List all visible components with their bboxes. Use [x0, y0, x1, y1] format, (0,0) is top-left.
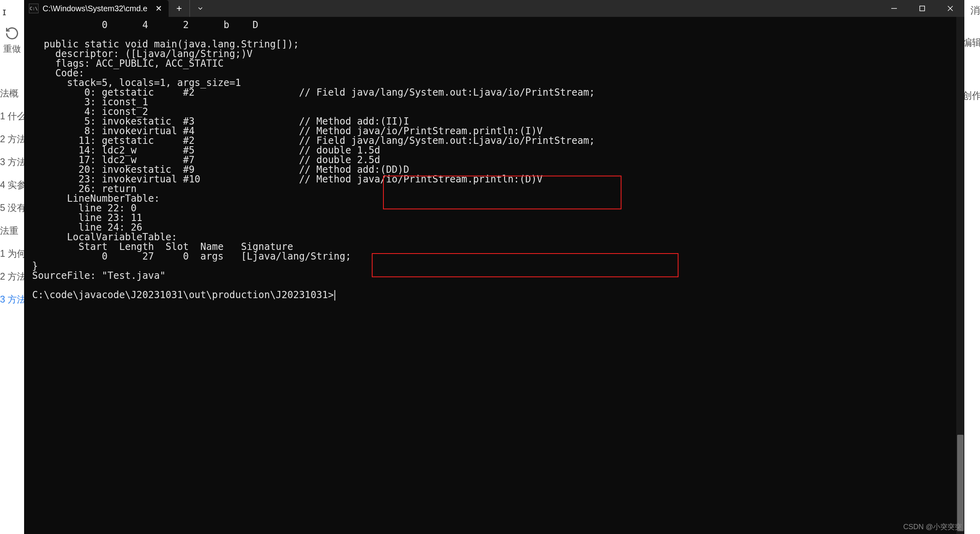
left-nav-item[interactable]: 法概 — [0, 87, 18, 100]
left-nav-item[interactable]: 3 方法 — [0, 156, 26, 168]
titlebar: C:\ C:\Windows\System32\cmd.e ✕ + — [24, 0, 964, 17]
left-nav-item[interactable]: 2 方法 — [0, 270, 26, 283]
maximize-button[interactable] — [908, 0, 936, 17]
scrollbar-thumb[interactable] — [957, 435, 964, 531]
terminal-output[interactable]: 0 4 2 b D public static void main(java.l… — [24, 17, 964, 305]
right-panel: 消 编辑 创作 — [962, 0, 980, 534]
refresh-button[interactable] — [0, 26, 24, 41]
scrollbar[interactable] — [956, 17, 964, 534]
terminal-line: SourceFile: "Test.java" — [32, 270, 165, 281]
left-nav-item[interactable]: 1 什么 — [0, 110, 26, 123]
left-panel: ɪ 重做 法概1 什么2 方法3 方法4 实参5 没有法重1 为何2 方法3 方… — [0, 0, 24, 534]
right-item[interactable]: 创作 — [962, 89, 980, 102]
watermark: CSDN @小突突突 — [903, 522, 962, 532]
close-window-button[interactable] — [936, 0, 964, 17]
left-nav-item[interactable]: 5 没有 — [0, 202, 26, 214]
tab-dropdown-button[interactable] — [190, 0, 211, 17]
left-nav-item[interactable]: 4 实参 — [0, 179, 26, 191]
terminal-line: 0 4 2 b D — [32, 19, 259, 31]
cmd-icon: C:\ — [29, 4, 39, 13]
right-item[interactable]: 编辑 — [962, 36, 980, 49]
left-nav-item[interactable]: 2 方法 — [0, 133, 26, 145]
close-tab-icon[interactable]: ✕ — [147, 4, 162, 13]
left-nav-item[interactable]: 1 为何 — [0, 248, 26, 260]
terminal-window: C:\ C:\Windows\System32\cmd.e ✕ + 0 4 2 — [24, 0, 964, 534]
app-fragment: ɪ — [0, 0, 24, 18]
left-nav-item[interactable]: 3 方法 — [0, 293, 26, 306]
svg-rect-1 — [920, 6, 925, 11]
cursor — [334, 290, 335, 301]
new-tab-button[interactable]: + — [169, 0, 190, 17]
tab-title: C:\Windows\System32\cmd.e — [43, 4, 147, 13]
left-nav-item[interactable]: 法重 — [0, 225, 18, 237]
right-item[interactable]: 消 — [962, 4, 980, 17]
terminal-line: 0 27 0 args [Ljava/lang/String; — [32, 251, 351, 262]
tab-active[interactable]: C:\ C:\Windows\System32\cmd.e ✕ — [24, 0, 169, 17]
refresh-label: 重做 — [0, 43, 24, 55]
terminal-line: C:\code\javacode\J20231031\out\productio… — [32, 289, 334, 301]
minimize-button[interactable] — [880, 0, 908, 17]
